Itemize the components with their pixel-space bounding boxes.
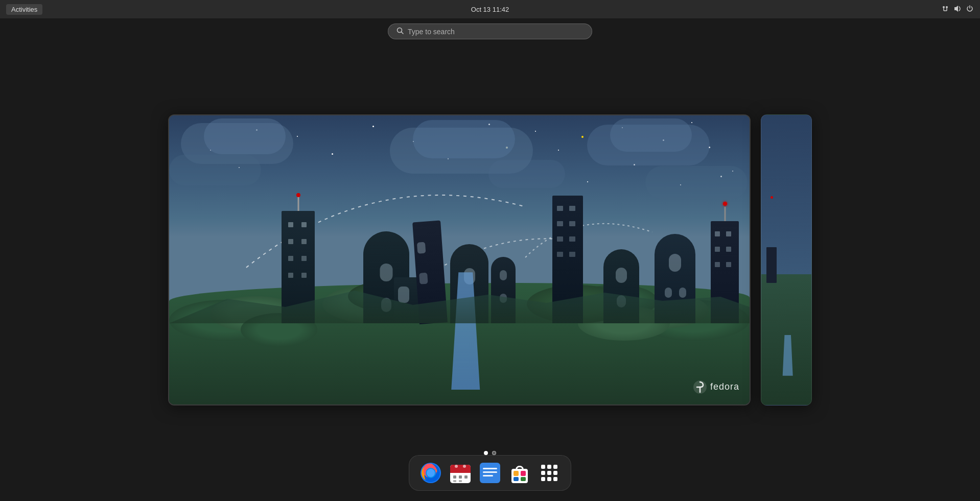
main-desktop-thumbnail[interactable]: fedora xyxy=(168,114,751,405)
svg-point-16 xyxy=(463,465,466,468)
svg-rect-23 xyxy=(483,468,497,469)
clock: Oct 13 11:42 xyxy=(471,6,509,13)
search-container xyxy=(388,23,592,39)
display-icon[interactable] xyxy=(941,5,949,14)
grid-dots xyxy=(541,465,557,481)
grid-dot-8 xyxy=(547,477,551,481)
svg-rect-18 xyxy=(459,475,462,479)
svg-point-15 xyxy=(455,465,458,468)
grid-dot-1 xyxy=(541,465,545,469)
svg-rect-20 xyxy=(453,480,456,482)
fedora-f-icon xyxy=(693,380,707,394)
firefox-icon xyxy=(418,461,443,485)
fedora-logo: fedora xyxy=(693,380,739,394)
svg-line-6 xyxy=(402,32,404,34)
power-icon[interactable] xyxy=(966,5,974,14)
grid-dot-4 xyxy=(541,471,545,475)
fedora-text-label: fedora xyxy=(710,381,739,392)
svg-point-11 xyxy=(427,469,435,477)
top-bar: Activities Oct 13 11:42 xyxy=(0,0,980,18)
dock-item-calendar[interactable] xyxy=(447,460,474,486)
dock xyxy=(409,455,571,491)
side-desktop-thumbnail[interactable] xyxy=(761,114,812,405)
volume-icon[interactable] xyxy=(953,5,962,14)
software-icon xyxy=(507,461,532,485)
workspace-dots xyxy=(484,451,496,455)
search-input[interactable] xyxy=(408,28,584,36)
workspace-dot-2[interactable] xyxy=(492,451,496,455)
appgrid-icon xyxy=(537,461,562,485)
grid-dot-2 xyxy=(547,465,551,469)
svg-point-0 xyxy=(943,6,945,8)
workspace-area: fedora xyxy=(0,18,980,501)
grid-dot-7 xyxy=(541,477,545,481)
calendar-icon xyxy=(448,461,473,485)
grid-dot-3 xyxy=(553,465,557,469)
svg-point-1 xyxy=(946,6,948,8)
grid-dot-5 xyxy=(547,471,551,475)
workspace-dot-1[interactable] xyxy=(484,451,488,455)
search-bar[interactable] xyxy=(388,23,592,39)
dock-item-appgrid[interactable] xyxy=(536,460,563,486)
dock-item-notes[interactable] xyxy=(477,460,503,486)
svg-rect-25 xyxy=(483,475,493,476)
svg-rect-21 xyxy=(459,480,462,482)
wallpaper: fedora xyxy=(169,115,750,404)
grid-dot-6 xyxy=(553,471,557,475)
grid-dot-9 xyxy=(553,477,557,481)
notes-icon xyxy=(478,461,502,485)
system-tray xyxy=(941,5,974,14)
svg-rect-19 xyxy=(464,475,468,479)
svg-rect-24 xyxy=(483,471,497,473)
search-icon xyxy=(396,27,404,36)
dock-item-firefox[interactable] xyxy=(417,460,444,486)
activities-button[interactable]: Activities xyxy=(6,4,42,15)
dock-item-software[interactable] xyxy=(506,460,533,486)
svg-rect-17 xyxy=(453,475,456,479)
svg-rect-14 xyxy=(450,470,471,473)
